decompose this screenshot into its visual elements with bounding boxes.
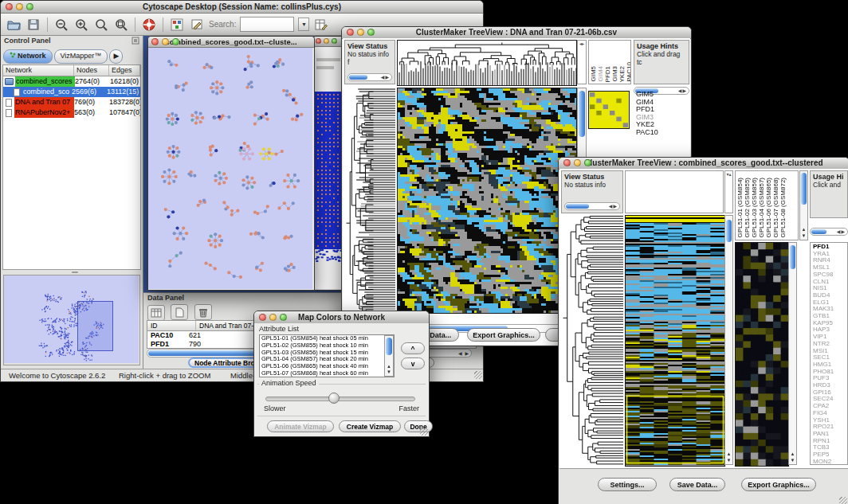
tv2-mini-heatmap[interactable]	[735, 242, 789, 467]
main-title-bar[interactable]: Cytoscape Desktop (Session Name: collins…	[1, 1, 483, 14]
col-nodes[interactable]: Nodes	[74, 65, 109, 76]
row-label[interactable]: PAC10	[636, 129, 658, 137]
open-folder-icon[interactable]	[6, 17, 22, 33]
zoom-button[interactable]	[172, 38, 179, 45]
zoom-button[interactable]	[280, 314, 287, 321]
column-label[interactable]: GPL51-08 (GSM872)	[780, 178, 787, 238]
tv1-row-labels[interactable]: GIM5GIM4PFD1GIM3YKE2PAC10	[636, 91, 658, 136]
column-label[interactable]: GPL51-03 (GSM856)	[752, 178, 758, 238]
col-network[interactable]: Network	[3, 65, 74, 76]
network-name[interactable]: DNA and Tran 07	[14, 97, 74, 107]
save-icon[interactable]	[26, 17, 41, 33]
col-id[interactable]: ID	[147, 321, 196, 330]
network-list-row[interactable]: RNAPuberNov2+563(0)107847(0)	[3, 107, 140, 118]
create-vizmap-button[interactable]: Create Vizmap	[339, 420, 401, 432]
tv1-status-scrollbar[interactable]: ◀▶	[347, 73, 392, 81]
minimize-button[interactable]	[357, 29, 364, 36]
network-list-row[interactable]: combined_sco2569(6)13112(15)	[3, 87, 140, 97]
animate-vizmap-button[interactable]: Animate Vizmap	[267, 420, 334, 432]
network-name[interactable]: RNAPuberNov2+	[14, 107, 74, 118]
tv1-column-dendrogram[interactable]	[397, 40, 577, 86]
column-label[interactable]: GIM4	[598, 66, 604, 82]
column-label[interactable]: GIM3	[612, 66, 618, 82]
network-overview-canvas[interactable]	[4, 275, 139, 363]
annotation-icon[interactable]	[189, 17, 205, 33]
tv2-labels-scrollbar[interactable]: ▲▼	[799, 170, 808, 240]
save-data-button[interactable]: Save Data...	[669, 478, 725, 491]
resize-grip[interactable]	[420, 428, 428, 436]
zoom-button[interactable]	[584, 159, 591, 166]
tv1-mini-heatmap[interactable]	[588, 91, 630, 129]
zoom-button[interactable]	[26, 3, 33, 10]
close-button[interactable]	[151, 38, 159, 45]
column-label[interactable]: GPL51-06 (GSM865)	[766, 178, 772, 238]
animation-speed-slider-track[interactable]	[265, 397, 415, 401]
minimize-button[interactable]	[324, 38, 329, 44]
tv2-vscrollbar[interactable]: ▲▼	[724, 215, 733, 465]
dialog-title-bar[interactable]: Map Colors to Network	[254, 311, 429, 324]
vizmapper-icon[interactable]	[169, 17, 185, 33]
attribute-list[interactable]: GPL51-01 (GSM854) heat shock 05 minGPL51…	[259, 334, 395, 377]
close-button[interactable]	[563, 159, 571, 166]
tv2-main-heatmap[interactable]	[625, 215, 725, 467]
settings-button[interactable]: Settings...	[598, 478, 657, 491]
attribute-list-item[interactable]: GPL51-07 (GSM868) heat shock 60 min	[261, 370, 394, 377]
network-list-row[interactable]: combined_scores2764(0)16218(0)	[3, 76, 140, 87]
tv1-main-heatmap[interactable]	[397, 88, 577, 314]
column-label[interactable]: GPL51-07 (GSM868)	[773, 178, 779, 238]
minimize-button[interactable]	[162, 38, 169, 45]
resize-grip[interactable]	[474, 371, 482, 379]
network-list-row[interactable]: DNA and Tran 07769(0)183728(0)	[3, 97, 140, 107]
network-title-bar[interactable]: combined_scores_good.txt--cluste...	[148, 37, 314, 48]
zoom-button[interactable]	[367, 29, 375, 36]
network-overview-panel[interactable]	[3, 275, 140, 365]
network-name[interactable]: combined_scores	[15, 76, 75, 87]
zoom-fit-icon[interactable]	[93, 17, 109, 33]
search-dropdown-button[interactable]: ▼	[298, 18, 309, 31]
minimize-button[interactable]	[269, 314, 277, 321]
column-label[interactable]: YKE2	[619, 66, 626, 82]
minimize-button[interactable]	[16, 3, 23, 10]
attribute-list-scrollbar[interactable]: ▲▼	[384, 335, 394, 377]
tv2-column-tree-area[interactable]	[625, 170, 724, 213]
gene-label[interactable]: MON2	[813, 459, 847, 465]
minimize-button[interactable]	[574, 159, 581, 166]
column-label[interactable]: GPL51-01 (GSM854)	[737, 178, 744, 238]
tv2-gene-labels[interactable]: PFD1YRA1RNR4MSL1SPC98CLN1NIS1BUD4ELG1MAK…	[810, 242, 848, 465]
delete-attribute-icon[interactable]	[194, 304, 212, 320]
network-view-canvas[interactable]	[148, 48, 312, 289]
tv2-row-dendrogram[interactable]	[561, 215, 623, 465]
column-label[interactable]: PFD1	[605, 66, 611, 82]
tv2-column-dendrogram[interactable]	[626, 171, 723, 213]
tv1-column-labels[interactable]: GIM5GIM4PFD1GIM3YKE2PAC10	[588, 40, 631, 84]
export-graphics-button[interactable]: Export Graphics...	[467, 328, 540, 342]
column-label[interactable]: PAC10	[626, 62, 631, 82]
column-label[interactable]: GPL51-02 (GSM855)	[744, 178, 751, 238]
tv2-status-scrollbar[interactable]: ◀▶	[564, 202, 620, 210]
zoom-in-icon[interactable]	[73, 17, 89, 33]
tab-network[interactable]: Network	[3, 49, 53, 64]
tv2-column-labels[interactable]: GPL51-01 (GSM854)GPL51-02 (GSM855)GPL51-…	[735, 170, 799, 240]
tv2-mini-scrollbar[interactable]: ▲▼	[788, 242, 797, 465]
new-attribute-icon[interactable]	[171, 304, 188, 320]
move-down-button[interactable]: v	[401, 357, 425, 369]
float-panel-icon[interactable]	[132, 37, 139, 46]
network2-canvas[interactable]	[313, 47, 345, 289]
tv2-usage-scrollbar[interactable]: ◀▶	[810, 228, 848, 236]
attribute-browser-icon[interactable]	[313, 17, 329, 33]
network-name[interactable]: combined_sco	[22, 87, 72, 97]
column-label[interactable]: GIM5	[591, 66, 597, 82]
tv1-row-dendrogram[interactable]	[344, 88, 395, 312]
zoom-out-icon[interactable]	[53, 17, 69, 33]
close-button[interactable]	[316, 38, 321, 44]
tab-vizmapper[interactable]: VizMapper™	[54, 49, 108, 64]
zoom-selected-icon[interactable]	[113, 17, 129, 33]
close-button[interactable]	[347, 29, 354, 36]
tv2-corner-strip[interactable]: ▾▴	[724, 170, 733, 213]
column-label[interactable]: GPL51-04 (GSM857)	[759, 178, 765, 238]
close-button[interactable]	[6, 3, 13, 10]
export-graphics-button[interactable]: Export Graphics...	[741, 478, 816, 491]
move-up-button[interactable]: ^	[401, 342, 425, 354]
help-lifering-icon[interactable]	[141, 17, 157, 33]
tab-overflow-arrow[interactable]: ▶	[109, 49, 123, 64]
